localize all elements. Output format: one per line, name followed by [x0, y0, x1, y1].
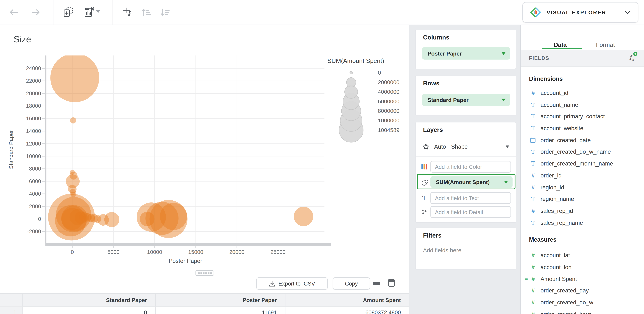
- y-tick-label: 2000: [29, 204, 41, 210]
- resize-handle[interactable]: [196, 270, 214, 276]
- add-formula-icon[interactable]: fx+: [629, 54, 634, 62]
- column-header[interactable]: Standard Paper: [23, 294, 156, 306]
- visual-explorer-logo-icon: [530, 7, 541, 18]
- fields-panel: Data Format FIELDS fx+ Dimensions #accou…: [521, 25, 644, 314]
- columns-card: Columns Poster Paper: [415, 30, 516, 69]
- visual-explorer-label: VISUAL EXPLORER: [547, 9, 625, 16]
- shape-field-pill[interactable]: SUM(Amount Spent): [430, 176, 512, 188]
- bubble[interactable]: [70, 117, 76, 124]
- field-item[interactable]: =#Amount Spent: [529, 273, 644, 285]
- mark-type-label: Auto - Shape: [434, 143, 506, 150]
- text-layer-row: T: [416, 191, 516, 205]
- remove-chart-icon[interactable]: [83, 6, 95, 18]
- y-tick-label: 22000: [26, 78, 41, 84]
- field-item[interactable]: #order_created_day: [529, 285, 644, 297]
- column-header[interactable]: Poster Paper: [156, 294, 286, 306]
- swap-axes-icon[interactable]: [122, 6, 133, 18]
- field-item[interactable]: Taccount_primary_contact: [529, 111, 644, 122]
- color-field-input[interactable]: [430, 161, 511, 172]
- svg-text:T: T: [422, 195, 426, 201]
- field-item[interactable]: Torder_created_month_name: [529, 158, 644, 170]
- legend-circle: [344, 85, 358, 98]
- field-item[interactable]: #account_id: [529, 87, 644, 99]
- detail-icon: [422, 209, 427, 215]
- toolbar-separator: [112, 0, 113, 25]
- visual-explorer-app: VISUAL EXPLORER Size 0500010000150002000…: [0, 0, 644, 314]
- tab-format[interactable]: Format: [587, 25, 624, 55]
- bubble[interactable]: [294, 207, 313, 226]
- field-item[interactable]: Taccount_name: [529, 99, 644, 111]
- toolbar-separator: [53, 0, 54, 25]
- bubble[interactable]: [50, 53, 99, 102]
- field-item[interactable]: Taccount_website: [529, 122, 644, 134]
- size-legend: SUM(Amount Spent)02000000400000060000008…: [327, 58, 399, 142]
- sort-descending-icon[interactable]: [159, 7, 170, 18]
- field-item[interactable]: Tregion_name: [529, 193, 644, 205]
- column-header[interactable]: Amount Spent: [286, 294, 409, 306]
- visual-explorer-button[interactable]: VISUAL EXPLORER: [522, 2, 638, 23]
- mark-type-selector[interactable]: Auto - Shape: [416, 137, 516, 156]
- result-table-header: Standard Paper Poster Paper Amount Spent: [0, 294, 409, 307]
- export-csv-button[interactable]: Export to .CSV: [256, 277, 328, 290]
- back-arrow-icon[interactable]: [9, 9, 18, 16]
- field-item[interactable]: #sales_rep_id: [529, 205, 644, 217]
- rows-title: Rows: [423, 80, 516, 87]
- copy-button[interactable]: Copy: [332, 277, 370, 290]
- filters-title: Filters: [423, 232, 516, 239]
- active-tab-indicator: [542, 48, 582, 50]
- columns-field-pill[interactable]: Poster Paper: [422, 47, 510, 60]
- table-row: 1 0 11691 6080372.4800: [0, 307, 409, 314]
- caret-down-icon: [504, 180, 508, 183]
- legend-label: 1004589: [378, 127, 400, 133]
- forward-arrow-icon[interactable]: [31, 9, 40, 16]
- fields-list: Dimensions #account_idTaccount_nameTacco…: [521, 66, 644, 314]
- rows-field-label: Standard Paper: [428, 97, 502, 103]
- divider: [521, 232, 644, 232]
- field-item[interactable]: order_created_date: [529, 134, 644, 146]
- layers-title: Layers: [423, 126, 516, 133]
- field-item[interactable]: Torder_created_do_w_name: [529, 146, 644, 158]
- fields-header-label: FIELDS: [529, 55, 629, 61]
- config-panel: Columns Poster Paper Rows Standard Paper…: [410, 25, 521, 314]
- rows-card: Rows Standard Paper: [415, 76, 516, 116]
- detail-layer-row: [416, 205, 516, 219]
- chart-type-caret-icon[interactable]: [96, 10, 100, 13]
- toolbar: VISUAL EXPLORER: [0, 0, 644, 25]
- x-tick-label: 15000: [188, 249, 203, 255]
- detail-field-input[interactable]: [430, 206, 511, 218]
- field-item[interactable]: #region_id: [529, 182, 644, 193]
- legend-label: 4000000: [378, 89, 400, 95]
- caret-down-icon: [502, 98, 506, 101]
- table-cell: 6080372.4800: [286, 307, 409, 314]
- field-item[interactable]: Tsales_rep_name: [529, 217, 644, 228]
- rows-field-pill[interactable]: Standard Paper: [422, 94, 510, 106]
- field-item[interactable]: #account_lon: [529, 261, 644, 273]
- field-item[interactable]: #account_lat: [529, 250, 644, 261]
- legend-label: 1000000: [378, 117, 400, 124]
- bubble-chart[interactable]: 0500010000150002000025000-20000200040006…: [0, 25, 409, 272]
- tab-data[interactable]: Data: [538, 25, 583, 55]
- dimensions-title: Dimensions: [529, 76, 644, 86]
- layers-card: Layers Auto - Shape: [415, 122, 516, 223]
- star-icon: [422, 143, 429, 150]
- add-chart-icon[interactable]: [62, 6, 74, 18]
- collapse-table-icon[interactable]: [373, 282, 380, 286]
- field-item[interactable]: #order_created_hour: [529, 308, 644, 314]
- color-icon: [422, 164, 427, 170]
- shape-layer-row: SUM(Amount Spent): [416, 174, 516, 191]
- field-item[interactable]: #order_id: [529, 170, 644, 182]
- sort-ascending-icon[interactable]: [140, 7, 151, 18]
- bubble[interactable]: [104, 212, 119, 227]
- y-tick-label: -2000: [27, 228, 41, 234]
- expand-table-icon[interactable]: [388, 279, 395, 287]
- columns-field-label: Poster Paper: [428, 50, 502, 56]
- legend-label: 2000000: [378, 79, 400, 85]
- text-field-input[interactable]: [430, 192, 511, 204]
- bubble[interactable]: [160, 203, 187, 230]
- legend-circle: [346, 78, 356, 87]
- dimensions-list: #account_idTaccount_nameTaccount_primary…: [529, 87, 644, 228]
- field-item[interactable]: #order_created_do_w: [529, 297, 644, 308]
- table-cell: 0: [23, 307, 156, 314]
- x-tick-label: 20000: [229, 249, 244, 255]
- filters-card[interactable]: Filters Add fields here...: [415, 228, 516, 270]
